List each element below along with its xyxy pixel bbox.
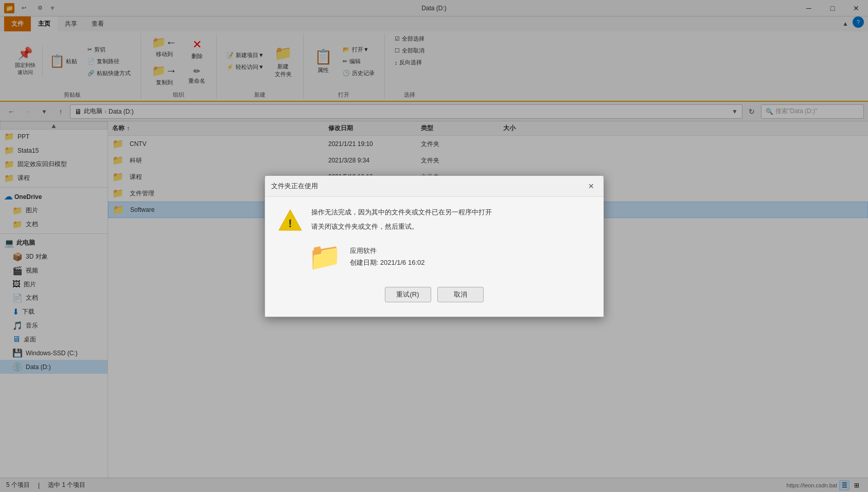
dialog-title: 文件夹正在使用 [271,181,585,191]
retry-button[interactable]: 重试(R) [385,287,431,302]
dialog-close-button[interactable]: ✕ [585,180,597,192]
dialog-message-line2: 请关闭该文件夹或文件，然后重试。 [311,222,492,232]
cancel-button[interactable]: 取消 [437,287,484,302]
dialog-folder-info: 📁 应用软件 创建日期: 2021/1/6 16:02 [308,241,591,272]
dialog-warning-row: ! 操作无法完成，因为其中的文件夹或文件已在另一程序中打开 请关闭该文件夹或文件… [277,207,591,233]
dialog-message-container: 操作无法完成，因为其中的文件夹或文件已在另一程序中打开 请关闭该文件夹或文件，然… [311,207,492,233]
dialog-folder-name: 应用软件 [350,245,425,257]
dialog-body: ! 操作无法完成，因为其中的文件夹或文件已在另一程序中打开 请关闭该文件夹或文件… [265,197,604,317]
dialog-titlebar: 文件夹正在使用 ✕ [265,176,604,197]
dialog-overlay: 文件夹正在使用 ✕ ! 操作无法完成，因为其中的文件夹或文件已在另一程序中打开 [0,0,868,492]
folder-in-use-dialog: 文件夹正在使用 ✕ ! 操作无法完成，因为其中的文件夹或文件已在另一程序中打开 [264,175,604,317]
warning-icon: ! [278,209,303,231]
dialog-folder-created: 创建日期: 2021/1/6 16:02 [350,257,425,268]
dialog-folder-icon: 📁 [308,241,342,272]
dialog-message-line1: 操作无法完成，因为其中的文件夹或文件已在另一程序中打开 [311,207,492,218]
dialog-buttons: 重试(R) 取消 [277,281,591,306]
warning-icon-container: ! [277,207,303,233]
svg-text:!: ! [288,217,292,230]
dialog-folder-text: 应用软件 创建日期: 2021/1/6 16:02 [350,245,425,269]
